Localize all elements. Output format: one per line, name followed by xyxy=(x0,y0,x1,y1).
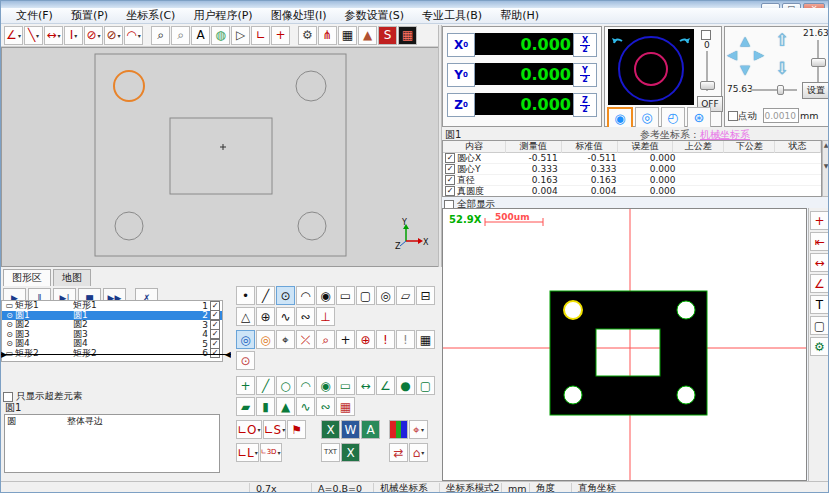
jog-up-button[interactable]: ▲ xyxy=(740,34,750,47)
dropdown-arrow-icon[interactable]: ▾ xyxy=(277,449,280,456)
run-program-button[interactable]: ▷ xyxy=(231,26,250,45)
xy-slider-track[interactable] xyxy=(751,89,797,91)
dropdown-arrow-icon[interactable]: ▾ xyxy=(282,426,285,433)
zoom-in-button[interactable]: ⌕ xyxy=(151,26,170,45)
jog-down-button[interactable]: ▼ xyxy=(740,63,750,76)
text-tool-button[interactable]: T xyxy=(810,295,829,314)
menu-pro-tools[interactable]: 专业工具(B) xyxy=(413,8,491,23)
circle1-selected[interactable] xyxy=(114,71,144,101)
export-excel-button[interactable]: X xyxy=(321,420,340,439)
item-checkbox[interactable]: ✓ xyxy=(210,301,220,311)
ring-tool-button[interactable]: ◎ xyxy=(376,286,395,305)
coordinate-axes-button[interactable]: ∟ xyxy=(251,26,270,45)
construct-line-button[interactable]: ╱ xyxy=(256,376,275,395)
row-checkbox[interactable]: ✓ xyxy=(445,164,455,174)
distance-tool-button[interactable]: ↔ xyxy=(810,253,829,272)
intersect-tool-button[interactable]: ⤫ xyxy=(296,330,315,349)
angle-tool-button[interactable]: ∠ xyxy=(810,274,829,293)
item-checkbox[interactable]: ✓ xyxy=(210,320,220,330)
menu-help[interactable]: 帮助(H) xyxy=(491,8,548,23)
calc-tool-button[interactable]: ▦ xyxy=(398,26,417,45)
home-position-button[interactable]: ⌂▾ xyxy=(409,443,428,462)
point-tool-button[interactable]: • xyxy=(236,286,255,305)
xy-slider-handle[interactable] xyxy=(777,85,784,95)
ring-light-button[interactable]: ◎ xyxy=(635,107,659,128)
construct-cone-button[interactable]: ▲ xyxy=(276,397,295,416)
construct-circle-button[interactable]: ○ xyxy=(276,376,295,395)
construct-arc-button[interactable]: ◠ xyxy=(296,376,315,395)
width-measure-button[interactable]: ↔▾ xyxy=(44,26,63,45)
construct-closed-curve-button[interactable]: ∾ xyxy=(316,397,335,416)
export-excel-template-button[interactable]: X xyxy=(341,443,360,462)
diameter-measure-button[interactable]: ⊘▾ xyxy=(84,26,103,45)
slot-tool-button[interactable]: ▢ xyxy=(356,286,375,305)
menu-parameter-settings[interactable]: 参数设置(S) xyxy=(335,8,413,23)
dashed-circle-tool-button[interactable]: ⊙ xyxy=(236,351,255,370)
camera-settings-button[interactable]: ⚙ xyxy=(810,337,829,356)
construct-calculator-button[interactable]: ▦ xyxy=(336,397,355,416)
table-scrollbar[interactable]: ▲▼ xyxy=(822,140,829,197)
cylinder-tool-button[interactable]: ⊟ xyxy=(416,286,435,305)
construct-distance-button[interactable]: ↔ xyxy=(356,376,375,395)
detail-row[interactable]: 圆整体寻边 xyxy=(5,415,219,427)
pick-point-tool-button[interactable]: ⌖ xyxy=(276,330,295,349)
curve-tool-button[interactable]: ∿ xyxy=(276,307,295,326)
target-circle-tool-button[interactable]: ⊕ xyxy=(356,330,375,349)
fullscreen-tool-button[interactable]: ▢ xyxy=(810,316,829,335)
row-checkbox[interactable]: ✓ xyxy=(445,186,455,196)
menu-coordinate[interactable]: 坐标系(C) xyxy=(117,8,184,23)
export-word-button[interactable]: W xyxy=(341,420,360,439)
magnify-edge-tool-button[interactable]: ⌕ xyxy=(316,330,335,349)
element-list[interactable]: ▭矩形1矩形11✓⊙圆1圆12✓⊙圆2圆23✓⊙圆3圆34✓⊙圆4圆45✓▭矩形… xyxy=(1,300,223,362)
construct-point-button[interactable]: + xyxy=(236,376,255,395)
construct-angle-button[interactable]: ∠ xyxy=(376,376,395,395)
z-up-button[interactable]: ⇧ xyxy=(775,32,789,49)
globe-view-button[interactable]: ◍ xyxy=(211,26,230,45)
construct-ring-button[interactable]: ● xyxy=(396,376,415,395)
probe-config-button[interactable]: ⋔ xyxy=(318,26,337,45)
item-checkbox[interactable]: ✓ xyxy=(210,339,220,349)
dropdown-arrow-icon[interactable]: ▾ xyxy=(138,32,141,39)
auto-ring-tool-button[interactable]: ◎ xyxy=(236,330,255,349)
csys-skew-button[interactable]: ∟S▾ xyxy=(263,420,287,439)
dropdown-arrow-icon[interactable]: ▾ xyxy=(98,32,101,39)
menu-image-processing[interactable]: 图像处理(I) xyxy=(262,8,336,23)
menu-user-program[interactable]: 用户程序(P) xyxy=(184,8,261,23)
z-slider-handle[interactable] xyxy=(811,58,826,67)
dropdown-arrow-icon[interactable]: ▾ xyxy=(58,32,61,39)
pin-tool-button[interactable]: ! xyxy=(376,330,395,349)
part-outline-rect[interactable] xyxy=(95,54,346,256)
detail-box[interactable]: 圆整体寻边 xyxy=(4,414,220,473)
results-table[interactable]: 内容测量值标准值误差值上公差下公差状态✓圆心X-0.511-0.5110.000… xyxy=(442,140,822,197)
dropdown-arrow-icon[interactable]: ▾ xyxy=(118,32,121,39)
quadrant-light-button[interactable]: ◴ xyxy=(661,107,685,128)
construct-curve-button[interactable]: ∿ xyxy=(296,397,315,416)
jog-left-button[interactable]: ◀ xyxy=(727,48,737,61)
construct-plane-button[interactable]: ▰ xyxy=(236,397,255,416)
construct-cylinder-button[interactable]: ▮ xyxy=(256,397,275,416)
zoom-out-button[interactable]: ⌕ xyxy=(171,26,190,45)
prism-3d-button[interactable]: ▲ xyxy=(358,26,377,45)
item-checkbox[interactable]: ✓ xyxy=(210,329,220,339)
csys-origin-button[interactable]: ∟O▾ xyxy=(236,420,262,439)
rectangle-tool-button[interactable]: ▭ xyxy=(336,286,355,305)
line-tool-button[interactable]: ╱ xyxy=(256,286,275,305)
image-capture-tool-button[interactable]: ▦ xyxy=(416,330,435,349)
dropdown-arrow-icon[interactable]: ▾ xyxy=(421,449,424,456)
csys-flag-button[interactable]: ⚑ xyxy=(287,420,306,439)
set-button[interactable]: 设置 xyxy=(802,82,829,99)
program-position-marker[interactable]: ▶ ◀ xyxy=(1,354,231,355)
construct-ellipse-button[interactable]: ◉ xyxy=(316,376,335,395)
x-axis-zero-button[interactable]: X0 xyxy=(447,33,475,57)
radius-measure-button[interactable]: ⊘▾ xyxy=(104,26,123,45)
construct-rectangle-button[interactable]: ▭ xyxy=(336,376,355,395)
export-report-button[interactable]: A xyxy=(361,420,380,439)
menu-file[interactable]: 文件(F) xyxy=(7,8,62,23)
inner-pocket-rect[interactable] xyxy=(170,118,272,194)
export-txt-button[interactable]: TXT xyxy=(321,443,340,462)
dropdown-arrow-icon[interactable]: ▾ xyxy=(18,32,21,39)
dropdown-arrow-icon[interactable]: ▾ xyxy=(255,449,258,456)
light-slider-handle[interactable] xyxy=(700,81,715,90)
row-checkbox[interactable]: ✓ xyxy=(445,153,455,163)
jog-right-button[interactable]: ▶ xyxy=(754,48,764,61)
